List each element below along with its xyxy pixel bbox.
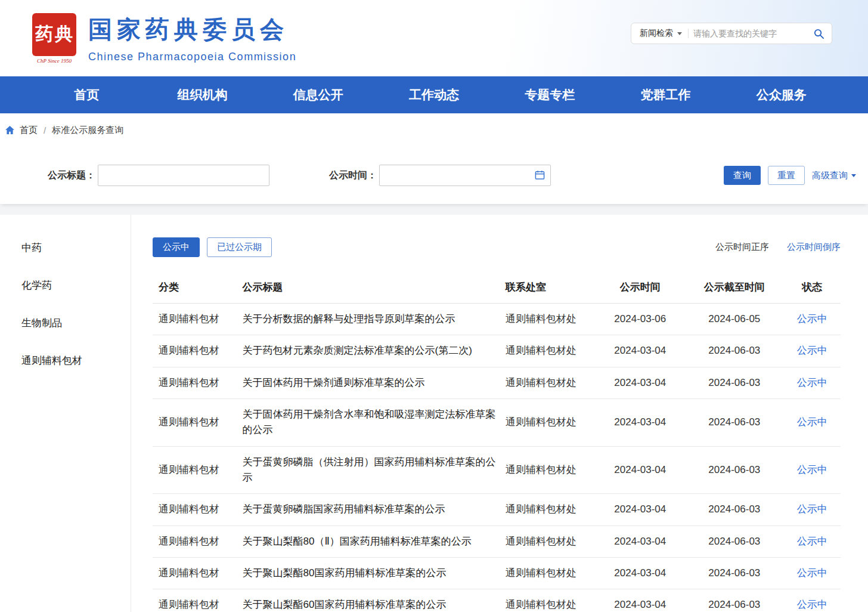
cell-category: 通则辅料包材 xyxy=(153,589,243,612)
column-category: 分类 xyxy=(153,271,243,304)
column-title: 公示标题 xyxy=(243,271,506,304)
filter-time-input[interactable] xyxy=(379,165,551,186)
cell-department: 通则辅料包材处 xyxy=(506,446,596,494)
cell-department: 通则辅料包材处 xyxy=(506,399,596,447)
search-input[interactable] xyxy=(689,29,811,38)
header-search: 新闻检索 xyxy=(631,23,832,44)
cell-title-link[interactable]: 关于蛋黄卵磷脂（供注射用）国家药用辅料标准草案的公示 xyxy=(243,446,506,494)
filter-bar: 公示标题： 公示时间： 查询 重置 高级查询 xyxy=(0,147,868,204)
cell-publish-date: 2024-03-04 xyxy=(596,446,686,494)
sidebar-item-chemical-drugs[interactable]: 化学药 xyxy=(21,267,131,304)
cell-department: 通则辅料包材处 xyxy=(506,494,596,526)
cell-title-link[interactable]: 关于药包材元素杂质测定法标准草案的公示(第二次) xyxy=(243,335,506,367)
publicity-table: 分类 公示标题 联系处室 公示时间 公示截至时间 状态 通则辅料包材 关于分析数… xyxy=(153,271,841,612)
nav-item-information[interactable]: 信息公开 xyxy=(261,76,376,113)
cell-deadline: 2024-06-03 xyxy=(685,558,784,589)
cell-title-link[interactable]: 关于固体药用干燥剂通则标准草案的公示 xyxy=(243,367,506,398)
breadcrumb: 首页 / 标准公示服务查询 xyxy=(0,113,868,147)
home-icon[interactable] xyxy=(5,125,15,135)
nav-item-home[interactable]: 首页 xyxy=(29,76,144,113)
cell-deadline: 2024-06-03 xyxy=(685,367,784,398)
logo-char: 典 xyxy=(55,22,73,47)
table-row: 通则辅料包材 关于分析数据的解释与处理指导原则草案的公示 通则辅料包材处 202… xyxy=(153,304,841,335)
filter-title-input[interactable] xyxy=(98,165,269,186)
reset-button[interactable]: 重置 xyxy=(768,166,805,185)
cell-status-link[interactable]: 公示中 xyxy=(784,399,841,447)
search-button[interactable] xyxy=(811,28,832,39)
cell-title-link[interactable]: 关于分析数据的解释与处理指导原则草案的公示 xyxy=(243,304,506,335)
sidebar-item-tcm[interactable]: 中药 xyxy=(21,229,131,267)
cell-status-link[interactable]: 公示中 xyxy=(784,304,841,335)
site-logo[interactable]: 药典 ChP Since 1950 xyxy=(32,13,76,64)
cell-status-link[interactable]: 公示中 xyxy=(784,589,841,612)
main-panel: 公示中 已过公示期 公示时间正序 公示时间倒序 分类 公示标题 联系处室 公示时… xyxy=(131,215,868,612)
table-header-row: 分类 公示标题 联系处室 公示时间 公示截至时间 状态 xyxy=(153,271,841,304)
cell-deadline: 2024-06-03 xyxy=(685,494,784,526)
category-sidebar: 中药 化学药 生物制品 通则辅料包材 xyxy=(0,215,131,612)
logo-caption: ChP Since 1950 xyxy=(37,58,72,64)
site-header: 药典 ChP Since 1950 国家药典委员会 Chinese Pharma… xyxy=(0,0,868,76)
cell-department: 通则辅料包材处 xyxy=(506,589,596,612)
cell-title-link[interactable]: 关于聚山梨酯60国家药用辅料标准草案的公示 xyxy=(243,589,506,612)
cell-category: 通则辅料包材 xyxy=(153,558,243,589)
search-category-label: 新闻检索 xyxy=(640,28,673,39)
tabs-row: 公示中 已过公示期 公示时间正序 公示时间倒序 xyxy=(153,237,841,257)
nav-item-organization[interactable]: 组织机构 xyxy=(144,76,260,113)
sort-time-descending[interactable]: 公示时间倒序 xyxy=(787,242,841,253)
search-category-dropdown[interactable]: 新闻检索 xyxy=(631,28,688,39)
table-row: 通则辅料包材 关于蛋黄卵磷脂（供注射用）国家药用辅料标准草案的公示 通则辅料包材… xyxy=(153,446,841,494)
breadcrumb-separator: / xyxy=(44,125,46,135)
cell-deadline: 2024-06-03 xyxy=(685,446,784,494)
chp-seal-icon: 药典 xyxy=(32,13,76,56)
cell-title-link[interactable]: 关于固体药用干燥剂含水率和饱和吸湿率测定法标准草案的公示 xyxy=(243,399,506,447)
tab-expired-publicity[interactable]: 已过公示期 xyxy=(207,237,272,257)
filter-actions: 查询 重置 高级查询 xyxy=(724,166,856,185)
breadcrumb-home[interactable]: 首页 xyxy=(20,125,38,136)
table-row: 通则辅料包材 关于聚山梨酯80国家药用辅料标准草案的公示 通则辅料包材处 202… xyxy=(153,558,841,589)
query-button[interactable]: 查询 xyxy=(724,166,761,185)
nav-item-public-service[interactable]: 公众服务 xyxy=(724,76,839,113)
content-area: 中药 化学药 生物制品 通则辅料包材 公示中 已过公示期 公示时间正序 公示时间… xyxy=(0,215,868,612)
cell-publish-date: 2024-03-04 xyxy=(596,399,686,447)
sort-time-ascending[interactable]: 公示时间正序 xyxy=(715,242,769,253)
sidebar-item-general-excipients-packaging[interactable]: 通则辅料包材 xyxy=(21,342,131,379)
cell-deadline: 2024-06-05 xyxy=(685,304,784,335)
cell-deadline: 2024-06-03 xyxy=(685,399,784,447)
cell-status-link[interactable]: 公示中 xyxy=(784,446,841,494)
breadcrumb-current: 标准公示服务查询 xyxy=(52,125,123,136)
cell-title-link[interactable]: 关于聚山梨酯80（Ⅱ）国家药用辅料标准草案的公示 xyxy=(243,526,506,557)
cell-status-link[interactable]: 公示中 xyxy=(784,335,841,367)
column-deadline: 公示截至时间 xyxy=(685,271,784,304)
cell-title-link[interactable]: 关于蛋黄卵磷脂国家药用辅料标准草案的公示 xyxy=(243,494,506,526)
nav-item-work-news[interactable]: 工作动态 xyxy=(376,76,492,113)
title-block: 国家药典委员会 Chinese Pharmacopoeia Commission xyxy=(88,13,296,63)
sort-links: 公示时间正序 公示时间倒序 xyxy=(715,242,841,253)
filter-title-label: 公示标题： xyxy=(48,169,95,182)
table-row: 通则辅料包材 关于固体药用干燥剂通则标准草案的公示 通则辅料包材处 2024-0… xyxy=(153,367,841,398)
site-subtitle: Chinese Pharmacopoeia Commission xyxy=(88,51,296,63)
table-row: 通则辅料包材 关于蛋黄卵磷脂国家药用辅料标准草案的公示 通则辅料包材处 2024… xyxy=(153,494,841,526)
calendar-icon[interactable] xyxy=(535,170,545,180)
cell-title-link[interactable]: 关于聚山梨酯80国家药用辅料标准草案的公示 xyxy=(243,558,506,589)
cell-publish-date: 2024-03-04 xyxy=(596,558,686,589)
advanced-search-link[interactable]: 高级查询 xyxy=(812,170,856,181)
cell-department: 通则辅料包材处 xyxy=(506,367,596,398)
column-status: 状态 xyxy=(784,271,841,304)
advanced-search-label: 高级查询 xyxy=(812,170,848,181)
cell-category: 通则辅料包材 xyxy=(153,494,243,526)
cell-status-link[interactable]: 公示中 xyxy=(784,558,841,589)
cell-status-link[interactable]: 公示中 xyxy=(784,526,841,557)
sidebar-item-biologics[interactable]: 生物制品 xyxy=(21,304,131,342)
main-nav: 首页 组织机构 信息公开 工作动态 专题专栏 党群工作 公众服务 xyxy=(0,76,868,113)
nav-item-special-topics[interactable]: 专题专栏 xyxy=(492,76,607,113)
cell-category: 通则辅料包材 xyxy=(153,446,243,494)
cell-deadline: 2024-06-03 xyxy=(685,589,784,612)
filter-time-wrap xyxy=(379,165,551,186)
cell-publish-date: 2024-03-04 xyxy=(596,526,686,557)
tab-in-publicity[interactable]: 公示中 xyxy=(153,237,200,257)
cell-category: 通则辅料包材 xyxy=(153,399,243,447)
cell-publish-date: 2024-03-04 xyxy=(596,494,686,526)
nav-item-party-work[interactable]: 党群工作 xyxy=(607,76,723,113)
cell-status-link[interactable]: 公示中 xyxy=(784,367,841,398)
cell-status-link[interactable]: 公示中 xyxy=(784,494,841,526)
